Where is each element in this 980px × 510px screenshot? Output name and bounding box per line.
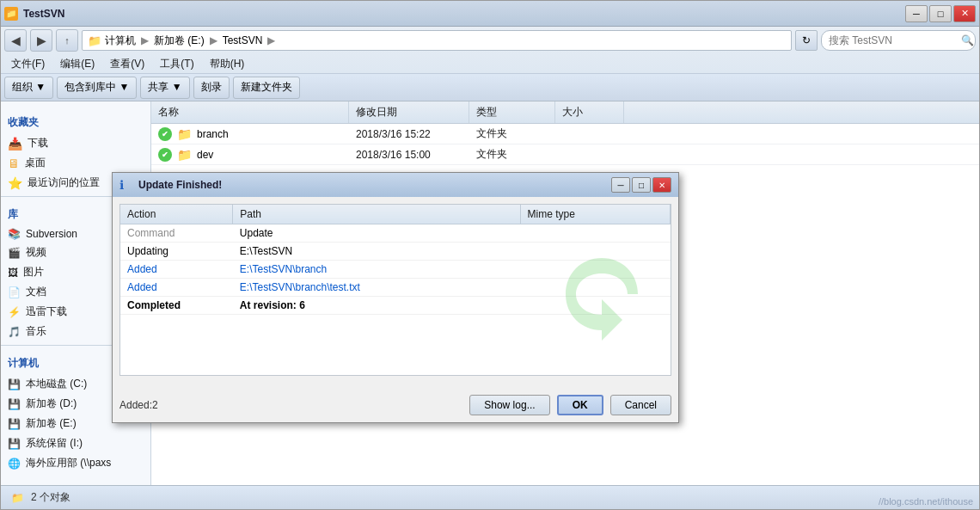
downloads-icon: 📥 [8, 137, 22, 151]
dialog-close-button[interactable]: ✕ [652, 177, 671, 193]
sidebar-item-desktop[interactable]: 🖥 桌面 [1, 153, 150, 173]
file-date: 2018/3/16 15:22 [349, 128, 469, 140]
drive-e-icon: 💾 [8, 418, 21, 430]
share-button[interactable]: 共享 ▼ [140, 77, 189, 99]
menu-bar: 文件(F) 编辑(E) 查看(V) 工具(T) 帮助(H) [1, 54, 979, 73]
sidebar-item-network[interactable]: 🌐 海外应用部 (\\paxs [1, 453, 150, 473]
sidebar-item-label: 系统保留 (I:) [26, 436, 83, 451]
address-folder-icon: 📁 [88, 34, 101, 47]
menu-file[interactable]: 文件(F) [4, 55, 52, 73]
sidebar-favorites-title[interactable]: 收藏夹 [1, 112, 150, 133]
menu-tools[interactable]: 工具(T) [153, 55, 200, 73]
action-bar: 组织 ▼ 包含到库中 ▼ 共享 ▼ 刻录 新建文件夹 [1, 73, 979, 101]
search-input[interactable] [829, 34, 958, 46]
table-row[interactable]: ✔ 📁 branch 2018/3/16 15:22 文件夹 [151, 124, 979, 144]
row-path: At revision: 6 [233, 297, 520, 315]
row-action: Added [120, 279, 233, 297]
folder-icon: 📁 [177, 127, 192, 141]
dialog-content: Action Path Mime type Command Update Upd… [113, 197, 678, 390]
videos-icon: 🎬 [8, 247, 21, 259]
drive-i-icon: 💾 [8, 438, 21, 450]
sidebar-item-label: 新加卷 (D:) [26, 396, 77, 411]
update-finished-dialog[interactable]: ℹ Update Finished! ─ □ ✕ [112, 172, 679, 423]
menu-help[interactable]: 帮助(H) [203, 55, 252, 73]
table-row[interactable]: ✔ 📁 dev 2018/3/16 15:00 文件夹 [151, 144, 979, 165]
minimize-button[interactable]: ─ [905, 5, 928, 22]
pictures-icon: 🖼 [8, 267, 18, 279]
sidebar-item-label: 图片 [23, 265, 44, 280]
title-bar-title: TestSVN [23, 8, 905, 20]
dialog-title-bar: ℹ Update Finished! ─ □ ✕ [113, 173, 678, 197]
row-mime [520, 224, 670, 243]
search-icon: 🔍 [961, 34, 974, 46]
sidebar-item-label: 新加卷 (E:) [26, 416, 77, 431]
sidebar-item-label: 海外应用部 (\\paxs [26, 456, 111, 470]
sidebar-item-label: Subversion [26, 228, 77, 240]
sidebar-item-label: 视频 [26, 245, 46, 260]
refresh-button[interactable]: ↻ [795, 30, 818, 51]
dialog-restore-button[interactable]: □ [632, 177, 651, 193]
dialog-footer: Added:2 Show log... OK Cancel [113, 390, 678, 422]
th-action: Action [120, 205, 233, 224]
sidebar-item-label: 下载 [28, 136, 48, 151]
up-button[interactable]: ↑ [56, 29, 78, 52]
row-path: Update [233, 224, 520, 243]
row-path: E:\TestSVN [233, 243, 520, 261]
search-bar[interactable]: 🔍 [821, 30, 976, 51]
drive-d-icon: 💾 [8, 398, 21, 410]
subversion-icon: 📚 [8, 228, 21, 240]
file-name: branch [197, 128, 229, 140]
dialog-title-buttons: ─ □ ✕ [611, 177, 671, 193]
toolbar-area: ◀ ▶ ↑ 📁 计算机 ▶ 新加卷 (E:) ▶ TestSVN ▶ ↻ 🔍 文… [1, 27, 979, 101]
thunder-icon: ⚡ [8, 306, 21, 318]
new-folder-button[interactable]: 新建文件夹 [233, 77, 300, 99]
cancel-button[interactable]: Cancel [610, 395, 671, 415]
title-bar-buttons: ─ □ ✕ [905, 5, 976, 22]
include-library-button[interactable]: 包含到库中 ▼ [57, 77, 137, 99]
status-folder-icon: 📁 [11, 492, 24, 504]
nav-bar: ◀ ▶ ↑ 📁 计算机 ▶ 新加卷 (E:) ▶ TestSVN ▶ ↻ 🔍 [1, 27, 979, 54]
menu-edit[interactable]: 编辑(E) [53, 55, 101, 73]
ok-button[interactable]: OK [557, 395, 603, 415]
svn-badge: ✔ [158, 127, 172, 141]
show-log-button[interactable]: Show log... [469, 395, 549, 415]
table-row: Command Update [120, 224, 671, 243]
col-header-date[interactable]: 修改日期 [349, 101, 469, 123]
row-action: Command [120, 224, 233, 243]
row-action: Completed [120, 297, 233, 315]
forward-button[interactable]: ▶ [30, 29, 52, 52]
row-action: Updating [120, 243, 233, 261]
status-bar: 📁 2 个对象 [1, 485, 979, 509]
sidebar-item-drive-i[interactable]: 💾 系统保留 (I:) [1, 433, 150, 453]
sidebar-item-downloads[interactable]: 📥 下载 [1, 133, 150, 153]
dialog-title-text: Update Finished! [138, 179, 606, 191]
footer-info: Added:2 [119, 399, 158, 411]
title-bar: 📁 TestSVN ─ □ ✕ [1, 1, 979, 27]
th-path: Path [233, 205, 520, 224]
burn-button[interactable]: 刻录 [193, 77, 230, 99]
sidebar-item-label: 最近访问的位置 [28, 175, 100, 190]
back-button[interactable]: ◀ [4, 29, 27, 52]
svn-watermark [550, 248, 653, 351]
organize-button[interactable]: 组织 ▼ [4, 77, 53, 99]
restore-button[interactable]: □ [929, 5, 952, 22]
menu-view[interactable]: 查看(V) [103, 55, 151, 73]
dialog-minimize-button[interactable]: ─ [611, 177, 630, 193]
col-header-type[interactable]: 类型 [469, 101, 555, 123]
address-bar[interactable]: 📁 计算机 ▶ 新加卷 (E:) ▶ TestSVN ▶ [82, 30, 792, 51]
dialog-title-icon: ℹ [119, 178, 133, 192]
file-date: 2018/3/16 15:00 [349, 149, 469, 161]
close-button[interactable]: ✕ [953, 5, 976, 22]
row-path: E:\TestSVN\branch [233, 261, 520, 279]
folder-icon: 📁 [177, 148, 192, 162]
row-path: E:\TestSVN\branch\test.txt [233, 279, 520, 297]
col-header-name[interactable]: 名称 [151, 101, 349, 123]
row-action: Added [120, 261, 233, 279]
footer-buttons: Show log... OK Cancel [469, 395, 671, 415]
th-mime: Mime type [520, 205, 670, 224]
dialog-table-container: Action Path Mime type Command Update Upd… [119, 204, 671, 376]
drive-c-icon: 💾 [8, 378, 21, 390]
sidebar-item-label: 音乐 [26, 324, 46, 339]
col-header-size[interactable]: 大小 [555, 101, 624, 123]
documents-icon: 📄 [8, 286, 21, 298]
